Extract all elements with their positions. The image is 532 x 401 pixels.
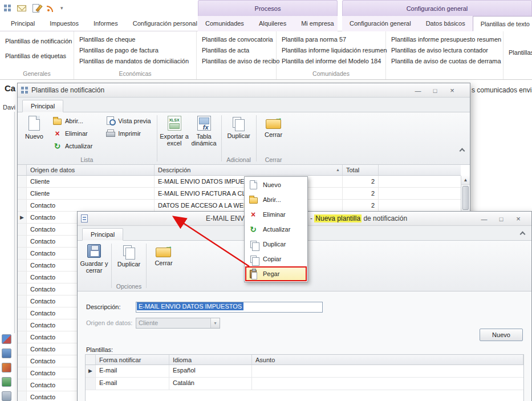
row-selector-cell: ▶ — [18, 212, 27, 223]
menu-item-actualizar[interactable]: ↻Actualizar — [245, 222, 307, 237]
ribbon-link[interactable]: Plantillas de mandatos de domiciliación — [74, 55, 196, 66]
collapse-ribbon-icon[interactable] — [459, 147, 465, 153]
cerrar-button[interactable]: Cerrar — [149, 242, 178, 266]
app-grid-icon[interactable] — [2, 3, 13, 13]
column-header-forma-notificar[interactable]: Forma notificar — [96, 355, 169, 364]
imprimir-button[interactable]: Imprimir — [104, 128, 152, 138]
ribbon-link[interactable]: Plantillas de acta — [197, 44, 276, 55]
module-icon-3[interactable] — [2, 363, 11, 372]
ribbon-link[interactable]: Plantillas de aviso de recibo — [197, 55, 276, 66]
title-suffix: de notificación — [362, 214, 407, 222]
maximize-button[interactable]: □ — [429, 86, 441, 95]
minimize-button[interactable]: — — [412, 86, 424, 95]
ribbon-link[interactable]: Plantillas de etiquetas — [0, 48, 74, 63]
abrir-button[interactable]: Abrir... — [51, 116, 94, 125]
template-row[interactable]: ▶E-mailEspañol — [86, 365, 523, 378]
actualizar-button[interactable]: ↻ Actualizar — [51, 141, 94, 151]
duplicar-button[interactable]: Duplicar — [114, 242, 144, 268]
column-header-descripcion[interactable]: Descripción ▲ — [155, 165, 343, 175]
tabla-label: Tabla dinámica — [189, 133, 219, 147]
ribbon-group-footer — [386, 70, 503, 79]
ribbon-group-lista: Nuevo Abrir... × Eliminar ↻ Actualizar — [18, 112, 156, 164]
refresh-icon: ↻ — [250, 225, 257, 233]
tab-principal[interactable]: Principal — [22, 100, 63, 112]
module-icon-5[interactable] — [2, 391, 11, 401]
module-icon-2[interactable] — [2, 349, 11, 358]
ribbon-link[interactable]: Plantilla para norma 57 — [277, 34, 385, 44]
ribbon-tab-configuraci-n-general[interactable]: Configuración general — [342, 16, 419, 31]
vista-previa-button[interactable]: Vista previa — [104, 116, 152, 125]
ribbon-tab-principal[interactable]: Principal — [3, 16, 42, 31]
copy-icon — [250, 256, 257, 263]
cerrar-label: Cerrar — [155, 260, 172, 266]
ribbon-tab-informes[interactable]: Informes — [86, 16, 125, 31]
ribbon-link[interactable]: Plantillas informe liquidación resumen — [277, 44, 385, 55]
dropdown-value: Cliente — [136, 318, 210, 328]
ribbon-tab-datos-b-sicos[interactable]: Datos básicos — [419, 16, 473, 31]
scrollbar-thumb[interactable] — [462, 186, 469, 210]
mail-icon[interactable] — [17, 3, 27, 13]
eliminar-button[interactable]: × Eliminar — [51, 128, 94, 138]
ribbon-tab-mi-empresa[interactable]: Mi empresa — [294, 16, 341, 31]
duplicar-button[interactable]: Duplicar — [224, 114, 254, 139]
nuevo-template-button[interactable]: Nuevo — [480, 329, 523, 341]
collapse-ribbon-icon[interactable] — [519, 230, 525, 236]
cerrar-button[interactable]: Cerrar — [259, 114, 289, 138]
module-icon-4[interactable] — [2, 377, 11, 387]
menu-item-nuevo[interactable]: Nuevo — [245, 177, 307, 192]
ribbon-link[interactable]: Plantilla del informe del Modelo 184 — [277, 55, 385, 66]
ribbon-tab-configuraci-n-personal[interactable]: Configuración personal — [125, 16, 205, 31]
ribbon-tab-plantillas-de-texto[interactable]: Plantillas de texto — [473, 16, 532, 31]
ribbon-tab-bar: PrincipalImpuestosInformesConfiguración … — [0, 16, 532, 31]
tabla-dinamica-button[interactable]: fx Tabla dinámica — [189, 114, 219, 147]
group-separator — [221, 115, 222, 161]
window-titlebar[interactable]: Plantillas de notificación — □ × — [18, 83, 470, 98]
ribbon-link[interactable]: Plantillas de cheque — [74, 34, 196, 44]
ribbon-link[interactable]: Plantillas de pago de factura — [74, 44, 196, 55]
edit-document-icon[interactable] — [31, 3, 41, 13]
table-row[interactable]: ClienteE-MAIL ENVIO FACTURA A CLIENTES2 — [18, 188, 461, 200]
column-header-idioma[interactable]: Idioma — [169, 355, 252, 364]
menu-item-abrir[interactable]: Abrir... — [245, 192, 307, 207]
table-header-row: Forma notificar Idioma Asunto — [86, 355, 523, 365]
ribbon-link[interactable]: Plantillas de convocatoria — [197, 34, 276, 44]
feed-icon[interactable] — [45, 3, 55, 13]
ribbon-link[interactable]: Plantillas informe presupuesto resumen — [386, 34, 503, 44]
ribbon-tab-impuestos[interactable]: Impuestos — [42, 16, 86, 31]
rss-icon — [47, 5, 54, 12]
ribbon-tab-comunidades[interactable]: Comunidades — [198, 16, 251, 31]
minimize-button[interactable]: — — [478, 214, 490, 224]
envelope-icon — [17, 5, 26, 11]
guardar-cerrar-button[interactable]: Guardar y cerrar — [79, 242, 109, 274]
table-row[interactable]: ContactoDATOS DE ACCESO A LA WEB2 — [18, 200, 461, 212]
scroll-up-icon[interactable]: ▲ — [461, 176, 470, 185]
table-row[interactable]: ClienteE-MAIL ENVIO DATOS IMPUESTOS2 — [18, 176, 461, 188]
group-label-opciones: Opciones — [112, 283, 145, 290]
nuevo-button[interactable]: Nuevo — [19, 114, 49, 140]
descripcion-input[interactable]: E-MAIL ENVIO DATOS IMPUESTOS — [136, 302, 323, 313]
menu-item-copiar[interactable]: Copiar — [245, 252, 307, 266]
toolbar-caret-icon[interactable]: ▾ — [60, 5, 63, 11]
ribbon-link[interactable]: Plantillas de aviso lectura contador — [386, 44, 503, 55]
column-header-origen[interactable]: Origen de datos — [27, 165, 155, 175]
close-button[interactable]: × — [446, 86, 458, 95]
template-row[interactable]: E-mailCatalán — [86, 378, 523, 390]
paste-icon — [250, 270, 257, 278]
menu-item-duplicar[interactable]: Duplicar — [245, 237, 307, 252]
ribbon-link[interactable]: Plantillas de notificación — [0, 34, 74, 48]
maximize-button[interactable]: □ — [495, 214, 507, 224]
ribbon-link[interactable]: Plantilla de aviso de cuotas de derrama — [386, 55, 503, 66]
menu-item-pegar[interactable]: Pegar — [245, 266, 307, 281]
close-button[interactable]: × — [512, 214, 525, 224]
module-icon-1[interactable] — [2, 334, 11, 344]
tab-principal[interactable]: Principal — [82, 228, 123, 241]
pencil-document-icon — [33, 4, 39, 13]
ribbon-tab-alquileres[interactable]: Alquileres — [251, 16, 294, 31]
ribbon-group-opciones: Duplicar Opciones — [112, 241, 145, 291]
row-selector-cell — [18, 379, 27, 391]
menu-item-eliminar[interactable]: ×Eliminar — [245, 207, 307, 222]
column-header-total[interactable]: Total — [343, 165, 379, 175]
column-header-asunto[interactable]: Asunto — [252, 355, 523, 364]
ribbon-link[interactable]: Plantillas — [503, 47, 532, 58]
exportar-excel-button[interactable]: XLSX Exportar a excel — [160, 114, 189, 147]
